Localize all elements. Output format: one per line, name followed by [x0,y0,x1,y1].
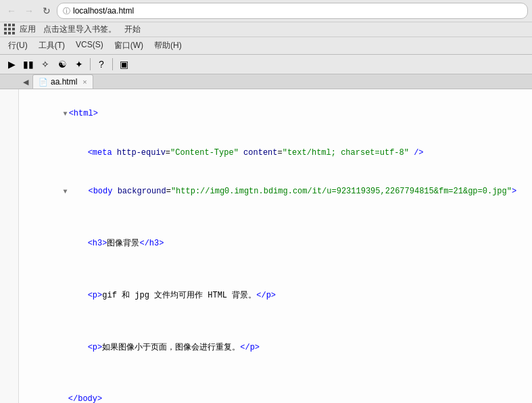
code-line-6 [24,263,527,276]
code-line-8 [24,315,527,328]
tab-filename: aa.html [51,77,77,87]
code-line-4 [24,212,527,224]
code-line-1: ▼<html> [24,95,527,134]
menu-item-tools[interactable]: 工具(T) [33,39,70,53]
code-line-2: ▼ <meta http-equiv="Content-Type" conten… [24,134,527,173]
tab-bar: ◀ 📄 aa.html × [0,74,532,89]
back-button[interactable]: ← [4,3,19,18]
address-bar-wrapper: ⓘ [57,3,528,19]
menu-item-help[interactable]: 帮助(H) [149,39,187,53]
settings-button[interactable]: ✧ [38,57,53,72]
fold-triangle-1[interactable]: ▼ [64,109,68,120]
import-link[interactable]: 点击这里导入书签。 [43,24,116,35]
fold-triangle-3[interactable]: ▼ [64,187,68,197]
code-line-11: ▼</body> [24,380,527,403]
rewind-button[interactable]: ▮▮ [21,57,36,72]
tab-close-button[interactable]: × [82,78,87,86]
build-button[interactable]: ☯ [55,57,70,72]
info-icon: ⓘ [63,6,70,16]
editor-menubar: 行(U) 工具(T) VCS(S) 窗口(W) 帮助(H) [0,37,532,55]
star-button[interactable]: ✦ [72,57,87,72]
toolbar-separator [90,58,91,70]
toolbar-separator2 [112,58,113,70]
code-editor[interactable]: ▼<html> ▼ <meta http-equiv="Content-Type… [19,89,532,403]
forward-button[interactable]: → [22,3,37,18]
refresh-button[interactable]: ↻ [39,3,54,18]
menu-item-vcs[interactable]: VCS(S) [70,39,109,53]
code-line-5: ▼ <h3>图像背景</h3> [24,224,527,264]
editor-toolbar: ▶ ▮▮ ✧ ☯ ✦ ? ▣ [0,55,532,74]
code-line-3: ▼ <body background="http://img0.imgtn.bd… [24,172,527,212]
start-link[interactable]: 开始 [124,24,141,35]
browser-nav: ← → ↻ ⓘ [0,0,532,22]
editor-main: ​ ​ ​ ​ ​ ​ ​ ​ ​ ​ ​ ​ ▼<html> ▼ <meta … [0,89,532,403]
menu-item-undo[interactable]: 行(U) [3,39,33,53]
apps-link[interactable]: 应用 [20,24,36,35]
help-button[interactable]: ? [94,57,109,72]
code-line-9: ▼ <p>如果图像小于页面，图像会进行重复。</p> [24,328,527,367]
tab-nav-left[interactable]: ◀ [19,75,32,89]
code-line-10 [24,367,527,380]
code-line-7: ▼ <p>gif 和 jpg 文件均可用作 HTML 背景。</p> [24,277,527,316]
apps-icon [4,24,16,35]
run-button[interactable]: ▶ [4,57,19,72]
screen-button[interactable]: ▣ [116,57,131,72]
app-window: ← → ↻ ⓘ 应用 点击这里导入书签。 开始 [0,0,532,403]
menu-item-window[interactable]: 窗口(W) [109,39,149,53]
bookmarks-bar: 应用 点击这里导入书签。 开始 [0,22,532,37]
file-icon: 📄 [39,78,48,87]
tab-aa-html[interactable]: 📄 aa.html × [32,74,93,89]
line-numbers: ​ ​ ​ ​ ​ ​ ​ ​ ​ ​ ​ ​ [0,89,19,403]
address-input[interactable] [73,6,522,16]
